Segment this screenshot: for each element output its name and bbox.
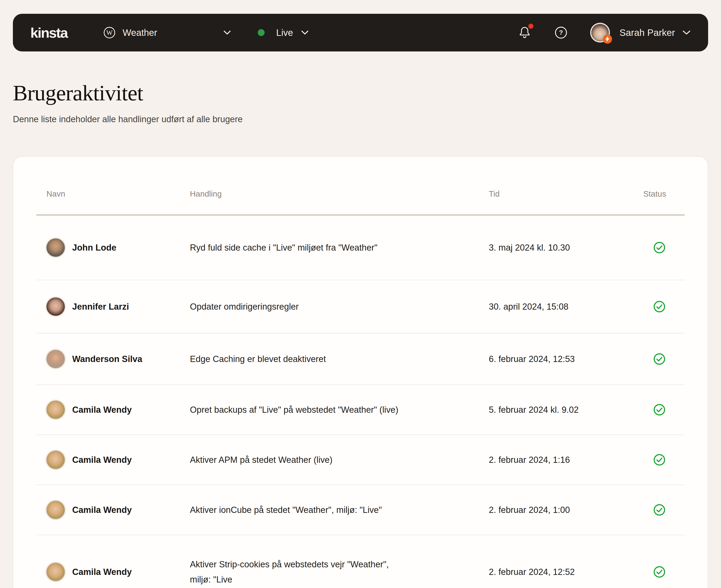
avatar — [46, 238, 65, 257]
notification-dot — [528, 24, 534, 29]
table-row: Camila Wendy Aktiver ionCube på stedet "… — [36, 485, 685, 535]
avatar — [46, 401, 65, 419]
name-cell: Camila Wendy — [46, 401, 190, 419]
action-text: Opret backups af "Live" på webstedet "We… — [190, 402, 489, 417]
table-row: John Lode Ryd fuld side cache i "Live" m… — [36, 215, 685, 280]
time-text: 2. februar 2024, 12:52 — [489, 567, 643, 577]
environment-selector[interactable]: Live — [258, 27, 308, 38]
table-row: Wanderson Silva Edge Caching er blevet d… — [36, 334, 685, 385]
svg-text:?: ? — [559, 29, 563, 36]
chevron-down-icon — [682, 30, 690, 35]
time-text: 30. april 2024, 15:08 — [489, 302, 643, 312]
user-name: John Lode — [72, 243, 116, 253]
name-cell: Camila Wendy — [46, 450, 190, 469]
avatar — [46, 350, 65, 368]
wordpress-icon: W — [103, 26, 116, 39]
user-name: Sarah Parker — [619, 27, 675, 38]
user-menu[interactable]: Sarah Parker — [591, 24, 690, 41]
column-header-navn: Navn — [46, 189, 190, 198]
user-name: Camila Wendy — [72, 505, 132, 515]
notifications-button[interactable] — [519, 26, 530, 39]
status-cell — [643, 504, 676, 516]
check-circle-icon — [653, 300, 666, 313]
user-name: Camila Wendy — [72, 455, 132, 465]
action-text: Aktiver APM på stedet Weather (live) — [190, 452, 489, 467]
avatar — [46, 297, 65, 316]
env-name: Live — [276, 27, 293, 38]
table-row: Jennifer Larzi Opdater omdirigeringsregl… — [36, 280, 685, 334]
page-subtitle: Denne liste indeholder alle handlinger u… — [13, 114, 708, 124]
page-title: Brugeraktivitet — [13, 81, 708, 105]
chevron-down-icon — [223, 30, 231, 35]
table-header: Navn Handling Tid Status — [36, 156, 685, 215]
name-cell: Wanderson Silva — [46, 350, 190, 368]
check-circle-icon — [653, 241, 666, 254]
page-head: Brugeraktivitet Denne liste indeholder a… — [13, 81, 708, 124]
svg-text:W: W — [106, 29, 113, 36]
column-header-status: Status — [643, 189, 676, 198]
check-circle-icon — [653, 403, 666, 416]
name-cell: Jennifer Larzi — [46, 297, 190, 316]
user-name: Camila Wendy — [72, 567, 132, 577]
check-circle-icon — [653, 504, 666, 516]
check-circle-icon — [653, 566, 666, 578]
kinsta-logo: kinsta — [31, 25, 67, 41]
help-button[interactable]: ? — [555, 26, 567, 39]
action-text: Aktiver ionCube på stedet "Weather", mil… — [190, 502, 489, 518]
lightning-bolt-badge-icon — [603, 35, 612, 44]
column-header-handling: Handling — [190, 189, 489, 198]
action-text: Ryd fuld side cache i "Live" miljøet fra… — [190, 240, 489, 255]
name-cell: Camila Wendy — [46, 501, 190, 519]
name-cell: John Lode — [46, 238, 190, 257]
site-name: Weather — [123, 27, 157, 38]
user-name: Wanderson Silva — [72, 354, 142, 364]
time-text: 2. februar 2024, 1:00 — [489, 505, 643, 515]
name-cell: Camila Wendy — [46, 563, 190, 581]
table-row: Camila Wendy Aktiver APM på stedet Weath… — [36, 435, 685, 485]
avatar — [46, 450, 65, 469]
avatar — [46, 563, 65, 581]
check-circle-icon — [653, 353, 666, 365]
app-root: kinsta W Weather Live — [0, 0, 721, 588]
status-cell — [643, 300, 676, 313]
chevron-down-icon — [301, 30, 309, 35]
status-cell — [643, 454, 676, 466]
table-row: Camila Wendy Opret backups af "Live" på … — [36, 385, 685, 435]
action-text: Edge Caching er blevet deaktiveret — [190, 352, 489, 366]
user-name: Camila Wendy — [72, 405, 132, 415]
status-cell — [643, 241, 676, 254]
topbar: kinsta W Weather Live — [13, 14, 708, 51]
table-body: John Lode Ryd fuld side cache i "Live" m… — [36, 215, 685, 588]
action-text: Opdater omdirigeringsregler — [190, 299, 489, 314]
time-text: 2. februar 2024, 1:16 — [489, 455, 643, 465]
activity-card: Navn Handling Tid Status John Lode Ryd f… — [13, 156, 708, 588]
action-text: Aktiver Strip-cookies på webstedets vejr… — [190, 557, 489, 587]
check-circle-icon — [653, 454, 666, 466]
time-text: 3. maj 2024 kl. 10.30 — [489, 243, 643, 253]
time-text: 5. februar 2024 kl. 9.02 — [489, 405, 643, 415]
time-text: 6. februar 2024, 12:53 — [489, 354, 643, 364]
status-cell — [643, 566, 676, 578]
column-header-tid: Tid — [489, 189, 643, 198]
table-row: Camila Wendy Aktiver Strip-cookies på we… — [36, 535, 685, 588]
site-selector[interactable]: W Weather — [103, 26, 231, 39]
question-mark-icon: ? — [555, 26, 567, 39]
status-cell — [643, 353, 676, 365]
avatar — [46, 501, 65, 519]
user-name: Jennifer Larzi — [72, 302, 129, 312]
status-cell — [643, 403, 676, 416]
env-status-dot — [258, 29, 265, 36]
avatar — [591, 24, 609, 41]
